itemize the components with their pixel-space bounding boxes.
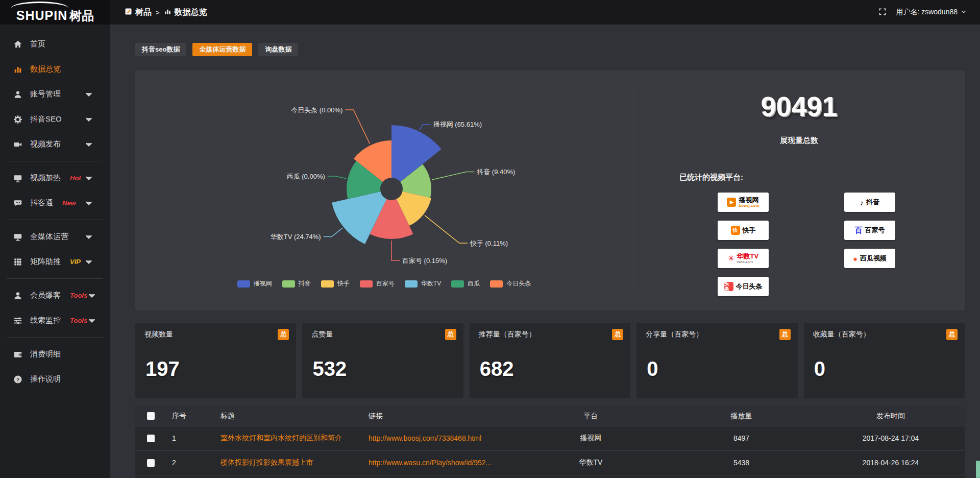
monitor-icon bbox=[13, 232, 22, 242]
chevron-down-icon bbox=[84, 257, 93, 267]
username-label: 用户名: zswodun88 bbox=[896, 8, 958, 17]
platform-logo-播视网: ▶播视网boosj.com bbox=[718, 193, 769, 212]
platform-logo-抖音: ♪抖音 bbox=[844, 193, 895, 212]
table-header: 标题 bbox=[214, 407, 362, 426]
total-impressions-label: 展现量总数 bbox=[633, 136, 965, 146]
sidebar-item-gear[interactable]: 抖音SEO bbox=[0, 107, 110, 132]
home-icon bbox=[13, 40, 22, 49]
breadcrumb-page-label: 数据总览 bbox=[175, 7, 207, 18]
select-all-checkbox[interactable] bbox=[147, 412, 155, 420]
table-header: 播放量 bbox=[666, 407, 817, 426]
stat-card-header: 推荐量（百家号）总 bbox=[470, 323, 630, 346]
stat-card-header: 点赞量总 bbox=[302, 323, 463, 346]
legend-label: 西瓜 bbox=[468, 279, 480, 288]
sidebar-item-monitor[interactable]: 全媒体运营 bbox=[0, 224, 110, 249]
user-menu[interactable]: 用户名: zswodun88 bbox=[896, 8, 967, 17]
legend-item[interactable]: 百家号 bbox=[360, 279, 395, 288]
stat-card-badge[interactable]: 总 bbox=[445, 329, 456, 340]
tab-全媒体运营数据[interactable]: 全媒体运营数据 bbox=[192, 43, 252, 56]
platform-name: 抖音 bbox=[866, 199, 879, 206]
video-camera-icon bbox=[13, 140, 22, 149]
stat-card-badge[interactable]: 总 bbox=[278, 329, 289, 340]
sidebar-item-screen[interactable]: 视频加热Hot bbox=[0, 165, 110, 190]
legend-item[interactable]: 华数TV bbox=[405, 279, 441, 288]
grid-icon bbox=[13, 257, 22, 267]
row-index: 1 bbox=[166, 426, 214, 450]
breadcrumb-page[interactable]: 数据总览 bbox=[164, 7, 207, 18]
platforms-title: 已统计的视频平台: bbox=[679, 173, 965, 182]
sidebar-item-chart[interactable]: 数据总览 bbox=[0, 57, 110, 82]
platform-glyph-icon: ▶ bbox=[727, 198, 736, 207]
tab-抖音seo数据[interactable]: 抖音seo数据 bbox=[135, 43, 186, 56]
chevron-down-icon bbox=[84, 232, 93, 242]
sidebar-divider bbox=[7, 278, 103, 279]
logo-text-cn: 树品 bbox=[69, 10, 94, 22]
stat-card-value: 682 bbox=[470, 346, 630, 380]
stat-card: 视频数量总197 bbox=[135, 323, 296, 398]
stat-card-value: 0 bbox=[804, 346, 965, 380]
platform-text: 播视网boosj.com bbox=[739, 197, 759, 208]
sidebar-item-label: 消费明细 bbox=[30, 349, 61, 359]
tab-询盘数据[interactable]: 询盘数据 bbox=[258, 43, 298, 56]
stat-card-badge[interactable]: 总 bbox=[779, 329, 791, 340]
page-scrollbar-thumb[interactable] bbox=[976, 461, 980, 478]
table-head: 序号标题链接平台播放量发布时间 bbox=[135, 407, 965, 426]
sidebar-item-wallet[interactable]: 消费明细 bbox=[0, 342, 110, 367]
svg-text:?: ? bbox=[16, 376, 19, 382]
row-checkbox[interactable] bbox=[147, 435, 155, 442]
pie-label-line bbox=[345, 110, 370, 144]
sidebar-item-label: 视频发布 bbox=[30, 139, 61, 149]
logo-arc-decoration bbox=[11, 2, 68, 8]
stat-card-badge[interactable]: 总 bbox=[612, 329, 623, 340]
row-url-link[interactable]: http://www.boosj.com/7338468.html bbox=[362, 426, 516, 450]
legend-swatch bbox=[282, 280, 295, 288]
breadcrumb-site-label: 树品 bbox=[135, 7, 152, 18]
row-publish-time bbox=[817, 475, 965, 478]
sidebar-item-label: 抖客通 bbox=[30, 198, 53, 208]
row-select-cell bbox=[135, 450, 166, 475]
platform-glyph-icon: 快 bbox=[731, 226, 740, 235]
legend-swatch bbox=[321, 280, 334, 288]
sidebar: SHUPIN 树品 首页数据总览账号管理抖音SEO视频发布视频加热Hot抖客通N… bbox=[0, 0, 110, 478]
sliders-icon bbox=[13, 316, 22, 325]
breadcrumb-site[interactable]: 树品 bbox=[125, 7, 152, 18]
legend-swatch bbox=[360, 280, 373, 288]
sidebar-divider bbox=[7, 220, 103, 220]
legend-label: 播视网 bbox=[254, 279, 272, 288]
row-url-link bbox=[362, 475, 516, 478]
row-title-link[interactable]: 室外水纹灯和室内水纹灯的区别和简介 bbox=[214, 426, 362, 450]
platform-glyph-icon: ✳ bbox=[728, 254, 734, 263]
stat-card-badge[interactable]: 总 bbox=[946, 329, 958, 340]
platform-glyph-icon: 百 bbox=[855, 226, 863, 235]
sidebar-item-label: 操作说明 bbox=[30, 374, 61, 384]
sidebar-item-chat[interactable]: 抖客通New bbox=[0, 190, 110, 216]
row-checkbox[interactable] bbox=[147, 459, 155, 467]
sidebar-item-grid[interactable]: 矩阵助推VIP bbox=[0, 249, 110, 274]
sidebar-item-user[interactable]: 账号管理 bbox=[0, 82, 110, 107]
row-title-link[interactable]: 楼体投影灯投影效果震撼上市 bbox=[214, 450, 362, 475]
sidebar-item-sliders[interactable]: 线索监控Tools bbox=[0, 308, 110, 333]
chevron-down-icon bbox=[84, 174, 93, 183]
breadcrumb-separator: > bbox=[156, 9, 160, 16]
legend-item[interactable]: 抖音 bbox=[282, 279, 311, 288]
topbar-right: 用户名: zswodun88 bbox=[878, 8, 967, 17]
sidebar-item-question[interactable]: ?操作说明 bbox=[0, 367, 110, 392]
legend-item[interactable]: 播视网 bbox=[237, 279, 272, 288]
sidebar-item-video[interactable]: 视频发布 bbox=[0, 132, 110, 157]
platform-glyph-icon: ● bbox=[853, 254, 857, 263]
table-header: 序号 bbox=[166, 407, 214, 426]
legend-label: 今日头条 bbox=[506, 279, 531, 288]
chevron-down-icon bbox=[84, 115, 93, 124]
sidebar-item-label: 矩阵助推 bbox=[30, 257, 61, 267]
legend-item[interactable]: 快手 bbox=[321, 279, 350, 288]
legend-item[interactable]: 今日头条 bbox=[490, 279, 531, 288]
legend-item[interactable]: 西瓜 bbox=[451, 279, 480, 288]
fullscreen-icon[interactable] bbox=[878, 8, 887, 17]
platform-name: 西瓜视频 bbox=[860, 255, 887, 262]
sidebar-item-home[interactable]: 首页 bbox=[0, 32, 110, 57]
row-index: 2 bbox=[166, 450, 214, 475]
sidebar-item-user2[interactable]: 会员爆客Tools bbox=[0, 283, 110, 308]
platform-logo-华数TV: ✳华数TVwasu.cn bbox=[718, 249, 769, 268]
brand-logo[interactable]: SHUPIN 树品 bbox=[0, 0, 110, 25]
row-url-link[interactable]: http://www.wasu.cn/Play/show/id/952... bbox=[362, 450, 516, 475]
